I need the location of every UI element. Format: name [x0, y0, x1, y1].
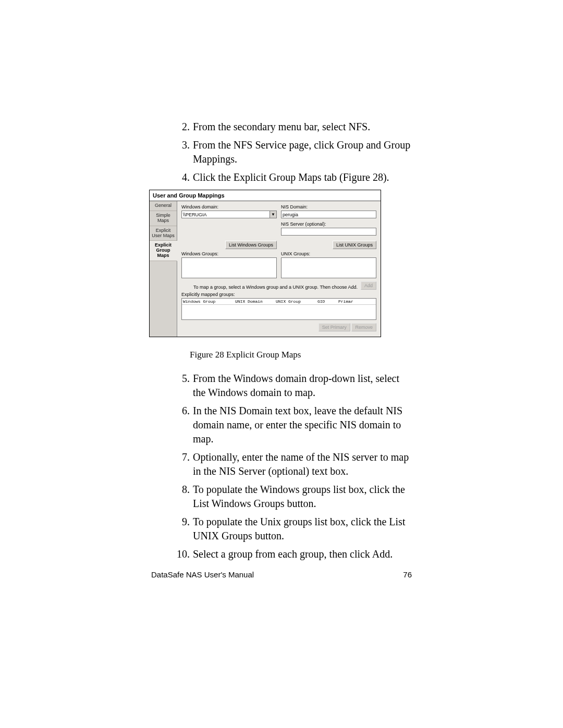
table-header-row: Windows Group UNIX Domain UNIX Group GID…: [182, 299, 376, 305]
col-unix-domain: UNIX Domain: [235, 299, 276, 304]
step-text: Optionally, enter the name of the NIS se…: [193, 450, 412, 478]
step-text: Click the Explicit Group Maps tab (Figur…: [193, 170, 412, 184]
col-unix-group: UNIX Group: [276, 299, 317, 304]
tab-general[interactable]: General: [150, 201, 177, 211]
step-10: 10. Select a group from each group, then…: [172, 547, 412, 561]
page-number: 76: [403, 570, 412, 579]
dialog-tabs: General Simple Maps Explicit User Maps E…: [150, 201, 177, 337]
step-4: 4. Click the Explicit Group Maps tab (Fi…: [172, 170, 412, 184]
step-number: 3.: [172, 138, 193, 166]
mapped-groups-table[interactable]: Windows Group UNIX Domain UNIX Group GID…: [181, 298, 376, 320]
page-footer: DataSafe NAS User's Manual 76: [151, 570, 412, 579]
tab-explicit-group-maps[interactable]: Explicit Group Maps: [150, 241, 177, 261]
step-2: 2. From the secondary menu bar, select N…: [172, 120, 412, 134]
nis-domain-label: NIS Domain:: [281, 204, 376, 209]
remove-button[interactable]: Remove: [351, 323, 376, 331]
nis-server-label: NIS Server (optional):: [281, 221, 376, 227]
step-number: 9.: [172, 515, 193, 543]
step-text: From the Windows domain drop-down list, …: [193, 372, 412, 400]
figure-caption: Figure 28 Explicit Group Maps: [190, 350, 412, 360]
step-text: In the NIS Domain text box, leave the de…: [193, 404, 412, 446]
step-text: To populate the Windows groups list box,…: [193, 483, 412, 511]
step-number: 5.: [172, 372, 193, 400]
step-number: 10.: [172, 547, 193, 561]
tab-explicit-user-maps[interactable]: Explicit User Maps: [150, 226, 177, 241]
step-text: From the secondary menu bar, select NFS.: [193, 120, 412, 134]
col-windows-group: Windows Group: [183, 299, 235, 304]
step-7: 7. Optionally, enter the name of the NIS…: [172, 450, 412, 478]
dialog-title: User and Group Mappings: [150, 190, 381, 201]
dialog-panel: Windows domain: ▼ NIS Domain: NIS Server…: [177, 201, 381, 337]
nis-server-input[interactable]: [281, 228, 376, 236]
step-6: 6. In the NIS Domain text box, leave the…: [172, 404, 412, 446]
step-5: 5. From the Windows domain drop-down lis…: [172, 372, 412, 400]
windows-domain-label: Windows domain:: [181, 204, 277, 209]
step-number: 6.: [172, 404, 193, 446]
step-text: Select a group from each group, then cli…: [193, 547, 412, 561]
unix-groups-label: UNIX Groups:: [281, 251, 376, 256]
step-text: From the NFS Service page, click Group a…: [193, 138, 412, 166]
step-text: To populate the Unix groups list box, cl…: [193, 515, 412, 543]
step-9: 9. To populate the Unix groups list box,…: [172, 515, 412, 543]
nis-domain-input[interactable]: [281, 211, 376, 218]
map-hint-text: To map a group, select a Windows group a…: [181, 285, 358, 290]
set-primary-button[interactable]: Set Primary: [319, 323, 350, 331]
step-number: 2.: [172, 120, 193, 134]
windows-groups-label: Windows Groups:: [181, 251, 277, 256]
document-page: 2. From the secondary menu bar, select N…: [0, 0, 563, 728]
explicitly-mapped-label: Explicitly mapped groups:: [181, 292, 376, 297]
step-number: 7.: [172, 450, 193, 478]
windows-domain-select[interactable]: [181, 211, 277, 218]
step-number: 8.: [172, 483, 193, 511]
windows-groups-listbox[interactable]: [181, 257, 277, 278]
list-windows-groups-button[interactable]: List Windows Groups: [225, 241, 277, 249]
add-button[interactable]: Add: [361, 281, 376, 290]
unix-groups-listbox[interactable]: [281, 257, 376, 278]
step-number: 4.: [172, 170, 193, 184]
step-8: 8. To populate the Windows groups list b…: [172, 483, 412, 511]
step-3: 3. From the NFS Service page, click Grou…: [172, 138, 412, 166]
chevron-down-icon[interactable]: ▼: [270, 211, 276, 218]
list-unix-groups-button[interactable]: List UNIX Groups: [333, 241, 376, 249]
tab-simple-maps[interactable]: Simple Maps: [150, 211, 177, 226]
col-primary: Primar: [338, 299, 375, 304]
footer-title: DataSafe NAS User's Manual: [151, 570, 254, 579]
col-gid: GID: [317, 299, 338, 304]
user-group-mappings-dialog: User and Group Mappings General Simple M…: [149, 190, 381, 337]
